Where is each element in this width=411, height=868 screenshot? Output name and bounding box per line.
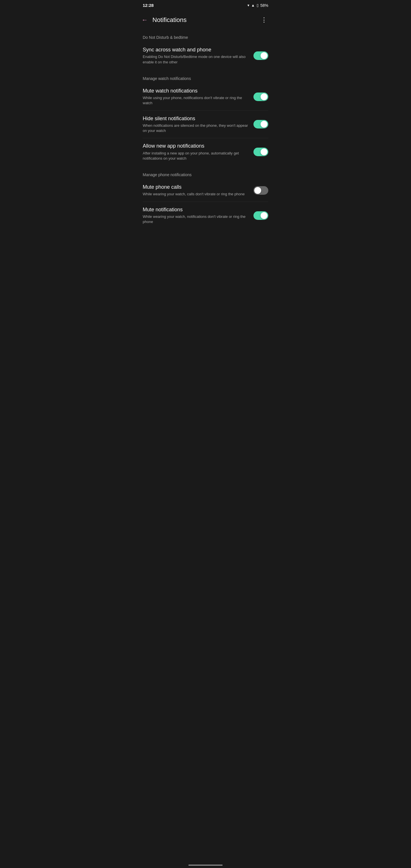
- home-indicator: [188, 865, 223, 866]
- mute-calls-thumb: [254, 187, 261, 194]
- mute-watch-title: Mute watch notifications: [143, 88, 249, 94]
- mute-calls-track: [253, 186, 268, 195]
- mute-notifications-item[interactable]: Mute notifications While wearing your wa…: [137, 202, 274, 229]
- top-bar: ← Notifications ⋮: [137, 10, 274, 31]
- mute-notifications-desc: While wearing your watch, notifications …: [143, 214, 249, 224]
- hide-silent-desc: When notifications are silenced on the p…: [143, 123, 249, 133]
- battery-percent: 58%: [260, 3, 268, 8]
- allow-new-app-item[interactable]: Allow new app notifications After instal…: [137, 138, 274, 165]
- more-icon: ⋮: [261, 16, 267, 24]
- battery-icon: ▯: [257, 3, 259, 7]
- sync-dnd-item[interactable]: Sync across watch and phone Enabling Do …: [137, 42, 274, 69]
- allow-new-app-desc: After installing a new app on your phone…: [143, 151, 249, 161]
- dnd-section: Do Not Disturb & bedtime Sync across wat…: [137, 31, 274, 69]
- hide-silent-item[interactable]: Hide silent notifications When notificat…: [137, 111, 274, 138]
- mute-calls-item[interactable]: Mute phone calls While wearing your watc…: [137, 179, 274, 202]
- mute-calls-desc: While wearing your watch, calls don't vi…: [143, 192, 249, 197]
- mute-watch-desc: While using your phone, notifications do…: [143, 95, 249, 106]
- mute-calls-title: Mute phone calls: [143, 184, 249, 190]
- watch-notifications-section: Manage watch notifications Mute watch no…: [137, 72, 274, 165]
- status-bar: 12:28 ▾ ▲ ▯ 58%: [137, 0, 274, 10]
- hide-silent-thumb: [261, 121, 267, 128]
- mute-notifications-title: Mute notifications: [143, 207, 249, 213]
- content-area: Do Not Disturb & bedtime Sync across wat…: [137, 31, 274, 229]
- sync-dnd-desc: Enabling Do Not Disturb/Bedtime mode on …: [143, 54, 249, 65]
- phone-notifications-section-header: Manage phone notifications: [137, 168, 274, 179]
- sync-dnd-thumb: [261, 52, 267, 59]
- bottom-bar: [137, 861, 274, 868]
- sync-dnd-track: [253, 52, 268, 60]
- mute-notifications-toggle[interactable]: [253, 211, 268, 220]
- allow-new-app-thumb: [261, 149, 267, 155]
- hide-silent-title: Hide silent notifications: [143, 115, 249, 122]
- mute-watch-track: [253, 93, 268, 101]
- watch-notifications-section-header: Manage watch notifications: [137, 72, 274, 83]
- dnd-section-header: Do Not Disturb & bedtime: [137, 31, 274, 42]
- back-button[interactable]: ←: [139, 14, 150, 26]
- mute-calls-toggle[interactable]: [253, 186, 268, 195]
- mute-notifications-track: [253, 211, 268, 220]
- wifi-icon: ▾: [248, 3, 249, 7]
- hide-silent-track: [253, 120, 268, 128]
- status-time: 12:28: [143, 3, 154, 8]
- page-title: Notifications: [152, 16, 187, 24]
- signal-icon: ▲: [251, 3, 255, 7]
- hide-silent-toggle[interactable]: [253, 120, 268, 128]
- mute-watch-toggle[interactable]: [253, 93, 268, 101]
- back-arrow-icon: ←: [141, 16, 148, 24]
- allow-new-app-title: Allow new app notifications: [143, 143, 249, 149]
- mute-notifications-thumb: [261, 212, 267, 219]
- allow-new-app-track: [253, 148, 268, 156]
- mute-watch-thumb: [261, 93, 267, 100]
- more-options-button[interactable]: ⋮: [259, 14, 270, 26]
- allow-new-app-toggle[interactable]: [253, 148, 268, 156]
- phone-notifications-section: Manage phone notifications Mute phone ca…: [137, 168, 274, 229]
- sync-dnd-toggle[interactable]: [253, 52, 268, 60]
- sync-dnd-title: Sync across watch and phone: [143, 46, 249, 53]
- mute-watch-item[interactable]: Mute watch notifications While using you…: [137, 83, 274, 111]
- status-icons: ▾ ▲ ▯ 58%: [248, 3, 268, 8]
